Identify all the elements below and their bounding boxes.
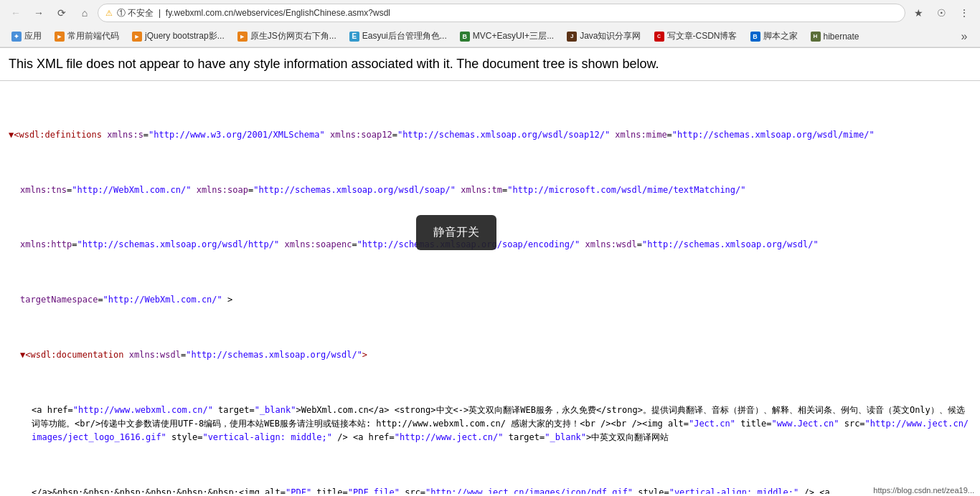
bookmark-label-easyui: Easyui后台管理角色... bbox=[362, 30, 447, 42]
bookmark-favicon-java: J bbox=[567, 32, 577, 42]
bookmark-java[interactable]: J Java知识分享网 bbox=[561, 28, 646, 45]
xml-line-4: targetNamespace="http://WebXml.com.cn/" … bbox=[9, 293, 971, 307]
status-link: https://blog.csdn.net/zea19... bbox=[873, 486, 974, 494]
bookmark-favicon-bj: B bbox=[750, 32, 760, 42]
main-scroll[interactable]: This XML file does not appear to have an… bbox=[0, 48, 980, 494]
bookmark-label-js: 原生JS仿网页右下角... bbox=[250, 30, 336, 42]
bookmark-js[interactable]: ► 原生JS仿网页右下角... bbox=[232, 28, 342, 45]
bookmark-label-hibernate: hibernate bbox=[824, 32, 859, 42]
bookmark-jquery[interactable]: ► jQuery bootstrap影... bbox=[126, 28, 230, 45]
bookmark-label-bj: 脚本之家 bbox=[763, 30, 798, 42]
forward-button[interactable]: → bbox=[29, 3, 49, 23]
back-button[interactable]: ← bbox=[6, 3, 26, 23]
bookmark-easyui[interactable]: E Easyui后台管理角色... bbox=[344, 28, 453, 45]
xml-line-2: xmlns:tns="http://WebXml.com.cn/" xmlns:… bbox=[9, 183, 971, 197]
xml-notice: This XML file does not appear to have an… bbox=[0, 48, 980, 81]
xml-line-doc2: </a>&nbsp;&nbsp;&nbsp;&nbsp;&nbsp;&nbsp;… bbox=[9, 486, 971, 494]
xml-line-doc: <a href="http://www.webxml.com.cn/" targ… bbox=[9, 404, 971, 445]
bookmark-favicon-frontend: ► bbox=[55, 32, 65, 42]
bookmark-label-mvc: MVC+EasyUI+三层... bbox=[473, 30, 554, 42]
account-button[interactable]: ☉ bbox=[931, 3, 951, 23]
bookmark-label-apps: 应用 bbox=[24, 30, 42, 42]
bookmark-apps[interactable]: ✦ 应用 bbox=[6, 28, 47, 45]
bookmark-favicon-mvc: B bbox=[460, 32, 470, 42]
bookmark-frontend[interactable]: ► 常用前端代码 bbox=[49, 28, 125, 45]
xml-line-1: ▼<wsdl:definitions xmlns:s="http://www.w… bbox=[9, 128, 971, 142]
bookmark-favicon-jquery: ► bbox=[132, 32, 142, 42]
content-area: This XML file does not appear to have an… bbox=[0, 48, 980, 494]
nav-bar: ← → ⟳ ⌂ ⚠ ① 不安全 | fy.webxml.com.cn/webse… bbox=[0, 0, 980, 26]
home-button[interactable]: ⌂ bbox=[75, 3, 95, 23]
mute-popup-label: 静音开关 bbox=[433, 226, 479, 238]
xml-content: ▼<wsdl:definitions xmlns:s="http://www.w… bbox=[0, 81, 980, 494]
bookmark-label-frontend: 常用前端代码 bbox=[67, 30, 119, 42]
mute-popup[interactable]: 静音开关 bbox=[416, 215, 496, 250]
bookmark-favicon-js: ► bbox=[237, 32, 248, 42]
security-icon: ⚠ bbox=[105, 9, 113, 18]
menu-button[interactable]: ⋮ bbox=[954, 3, 974, 23]
reload-button[interactable]: ⟳ bbox=[52, 3, 72, 23]
bookmark-favicon-hibernate: H bbox=[811, 32, 821, 42]
bookmark-label-java: Java知识分享网 bbox=[580, 30, 641, 42]
bookmark-mvc[interactable]: B MVC+EasyUI+三层... bbox=[454, 28, 560, 45]
bookmark-favicon-csdn: C bbox=[654, 32, 664, 42]
address-bar[interactable]: ⚠ ① 不安全 | fy.webxml.com.cn/webservices/E… bbox=[98, 4, 905, 22]
bookmark-star-button[interactable]: ★ bbox=[908, 3, 928, 23]
bookmark-bj[interactable]: B 脚本之家 bbox=[745, 28, 804, 45]
browser-actions: ★ ☉ ⋮ bbox=[908, 3, 974, 23]
bookmark-hibernate[interactable]: H hibernate bbox=[805, 28, 865, 45]
address-text: ① 不安全 | fy.webxml.com.cn/webservices/Eng… bbox=[117, 7, 390, 19]
bookmark-favicon-apps: ✦ bbox=[11, 32, 22, 42]
xml-line-5: ▼<wsdl:documentation xmlns:wsdl="http://… bbox=[9, 348, 971, 362]
bookmark-label-csdn: 写文章-CSDN博客 bbox=[667, 30, 738, 42]
bookmark-label-jquery: jQuery bootstrap影... bbox=[145, 30, 225, 42]
bookmark-favicon-easyui: E bbox=[349, 32, 359, 42]
bookmarks-bar: ✦ 应用 ► 常用前端代码 ► jQuery bootstrap影... ► 原… bbox=[0, 26, 980, 47]
browser-chrome: ← → ⟳ ⌂ ⚠ ① 不安全 | fy.webxml.com.cn/webse… bbox=[0, 0, 980, 48]
status-bar: https://blog.csdn.net/zea19... bbox=[867, 485, 980, 494]
bookmarks-more-button[interactable]: » bbox=[954, 27, 974, 47]
bookmark-csdn[interactable]: C 写文章-CSDN博客 bbox=[649, 28, 743, 45]
